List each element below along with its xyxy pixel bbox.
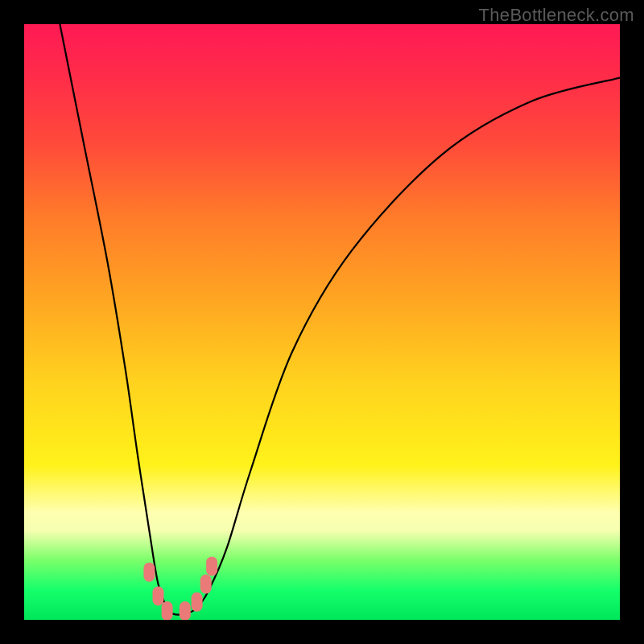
- curve-svg: [24, 24, 620, 620]
- bottleneck-curve: [60, 24, 620, 615]
- marker-pill: [143, 563, 155, 582]
- watermark-text: TheBottleneck.com: [479, 5, 634, 26]
- plot-area: [24, 24, 620, 620]
- marker-pill: [200, 575, 212, 594]
- marker-pill: [162, 601, 173, 620]
- marker-pill: [180, 601, 191, 620]
- marker-pill: [192, 592, 203, 612]
- marker-pill: [153, 586, 164, 605]
- marker-pill: [206, 556, 217, 576]
- curve-markers: [143, 556, 217, 620]
